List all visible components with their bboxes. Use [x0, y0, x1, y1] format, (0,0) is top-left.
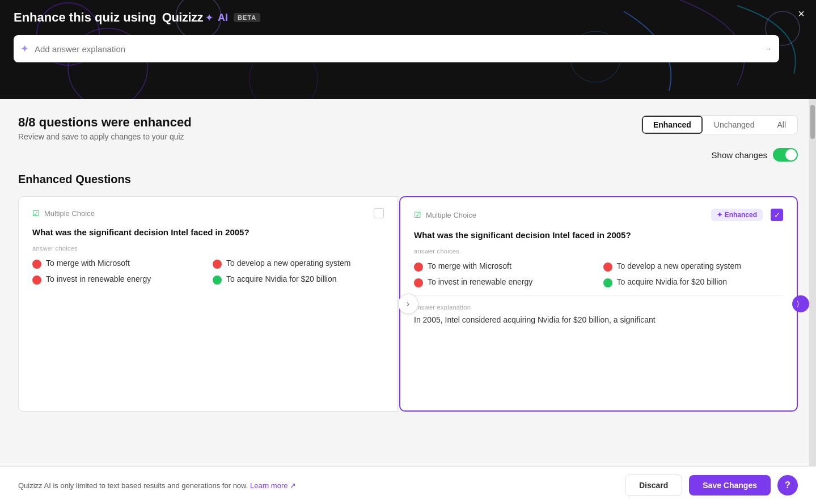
header-title: Enhance this quiz using Quizizz ✦ AI BET…: [14, 10, 802, 25]
svg-text:⟩: ⟩: [797, 300, 800, 308]
filter-tab-enhanced[interactable]: Enhanced: [642, 116, 703, 134]
beta-badge: BETA: [234, 13, 260, 22]
quizizz-logo: Quizizz ✦ AI: [162, 10, 228, 25]
original-answer-choices-label: answer choices: [32, 245, 384, 252]
search-arrow-icon: →: [763, 44, 772, 54]
questions-count: 8/8 questions were enhanced: [18, 115, 192, 130]
help-button[interactable]: ?: [777, 475, 798, 495]
scroll-icon: ⟩: [797, 300, 805, 308]
original-choice-4: To acquire Nvidia for $20 billion: [213, 274, 384, 285]
dot-green-icon: [213, 276, 222, 285]
enhanced-choice-3: To invest in renewable energy: [414, 277, 594, 287]
title-prefix: Enhance this quiz using: [14, 10, 157, 25]
answer-explanation-label: answer explanation: [414, 295, 783, 311]
filter-tab-unchanged[interactable]: Unchanged: [703, 116, 766, 134]
original-card-checkbox[interactable]: [374, 208, 384, 218]
enhanced-card: ☑ Multiple Choice ✦ Enhanced ✓ What was …: [399, 196, 798, 412]
ai-badge: ✦ AI: [205, 12, 228, 24]
dot-red-icon: [32, 260, 41, 269]
scrollbar-thumb[interactable]: [810, 105, 815, 139]
ai-sparkle-icon: ✦: [205, 12, 217, 23]
enhanced-badge: ✦ Enhanced: [711, 209, 763, 221]
footer-notice: Quizizz AI is only limited to text based…: [18, 481, 296, 490]
checkbox-icon: ☑: [32, 209, 40, 218]
enhanced-checkbox-icon: ☑: [414, 210, 421, 219]
explanation-text: In 2005, Intel considered acquiring Nvid…: [414, 314, 783, 326]
arrow-divider: ›: [398, 294, 418, 314]
enhanced-choice-2: To develop a new operating system: [603, 261, 784, 272]
original-choice-3: To invest in renewable energy: [32, 274, 204, 285]
questions-summary: 8/8 questions were enhanced Review and s…: [18, 115, 192, 141]
dot-red-icon: [213, 260, 222, 269]
save-changes-button[interactable]: Save Changes: [689, 475, 771, 495]
main-content: 8/8 questions were enhanced Review and s…: [0, 99, 816, 504]
enhanced-card-type-label: Multiple Choice: [426, 211, 476, 219]
enhanced-question-text: What was the significant decision Intel …: [414, 230, 783, 240]
dot-red-icon: [32, 276, 41, 285]
original-choice-2: To develop a new operating system: [213, 259, 384, 269]
dot-red-icon: [603, 262, 612, 272]
enhanced-choices-grid: To merge with Microsoft To develop a new…: [414, 261, 783, 287]
svg-text:✦: ✦: [205, 13, 213, 23]
show-changes-row: Show changes: [18, 148, 798, 162]
filter-tabs: Enhanced Unchanged All: [641, 115, 798, 134]
cards-row: ☑ Multiple Choice What was the significa…: [18, 196, 798, 412]
enhanced-card-type-row: ☑ Multiple Choice ✦ Enhanced ✓: [414, 209, 783, 221]
top-row: 8/8 questions were enhanced Review and s…: [18, 115, 798, 141]
search-input[interactable]: [35, 44, 759, 54]
enhanced-answer-choices-label: answer choices: [414, 248, 783, 255]
show-changes-label: Show changes: [712, 150, 767, 160]
enhanced-checkmark[interactable]: ✓: [771, 209, 783, 221]
original-card: ☑ Multiple Choice What was the significa…: [18, 196, 398, 412]
original-card-type-row: ☑ Multiple Choice: [32, 208, 384, 218]
learn-more-link[interactable]: Learn more ↗: [250, 481, 296, 490]
dot-red-icon: [414, 278, 423, 287]
dot-green-icon: [603, 278, 612, 287]
section-heading: Enhanced Questions: [18, 173, 798, 186]
footer: Quizizz AI is only limited to text based…: [0, 466, 816, 504]
quizizz-wordmark: Quizizz: [162, 10, 203, 25]
original-choices-grid: To merge with Microsoft To develop a new…: [32, 259, 384, 285]
enhanced-choice-1: To merge with Microsoft: [414, 261, 594, 272]
filter-tab-all[interactable]: All: [766, 116, 797, 134]
header: × Enhance this quiz using Quizizz ✦ AI B…: [0, 0, 816, 99]
scroll-widget[interactable]: ⟩: [792, 295, 809, 312]
original-card-type-label: Multiple Choice: [44, 209, 95, 218]
toggle-knob: [785, 149, 797, 160]
footer-actions: Discard Save Changes ?: [625, 475, 798, 496]
scrollbar-track[interactable]: [809, 99, 816, 504]
discard-button[interactable]: Discard: [625, 475, 682, 496]
close-button[interactable]: ×: [798, 8, 805, 19]
show-changes-toggle[interactable]: [773, 148, 798, 162]
original-choice-1: To merge with Microsoft: [32, 259, 204, 269]
enhanced-choice-4: To acquire Nvidia for $20 billion: [603, 277, 784, 287]
questions-sub: Review and save to apply changes to your…: [18, 132, 192, 141]
dot-red-icon: [414, 262, 423, 272]
search-bar: ✦ →: [14, 35, 779, 62]
original-question-text: What was the significant decision Intel …: [32, 227, 384, 237]
sparkle-icon: ✦: [20, 43, 29, 55]
